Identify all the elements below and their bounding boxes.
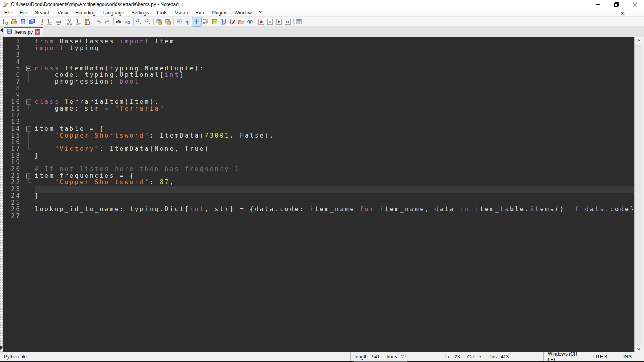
code-line[interactable]: 26lookup_id_to_name: typing.Dict[int, st…	[3, 206, 634, 213]
zoom-out-icon[interactable]	[143, 17, 152, 26]
word-wrap-icon[interactable]	[175, 17, 184, 26]
document-map-icon[interactable]	[210, 17, 219, 26]
show-all-characters-icon[interactable]: ¶	[184, 17, 192, 26]
code-line[interactable]: 15 "Copper Shortsword": ItemData(73001, …	[3, 132, 634, 139]
code-line[interactable]: 25	[3, 200, 634, 206]
code-line[interactable]: 7 progression: bool	[3, 78, 634, 85]
status-eol[interactable]: Windows (CR LF)	[543, 352, 589, 361]
code-line[interactable]: 24}	[3, 193, 634, 200]
copy-icon[interactable]	[74, 17, 83, 26]
code-line[interactable]: 4	[3, 58, 634, 65]
code-text: game: str = "Terraria"	[35, 105, 634, 112]
cut-icon[interactable]	[65, 17, 74, 26]
find-icon[interactable]	[114, 17, 123, 26]
menu-window[interactable]: Window	[231, 9, 256, 16]
dock-arrow-icon	[0, 346, 3, 350]
save-icon[interactable]	[19, 17, 27, 26]
code-line[interactable]: 18}	[3, 152, 634, 159]
code-line[interactable]: 9	[3, 92, 634, 99]
line-number: 27	[3, 213, 23, 220]
menu-run[interactable]: Run	[192, 9, 208, 16]
fold-marker-open[interactable]	[23, 99, 35, 105]
code-line[interactable]: 22 "Copper Shortsword": 87,	[3, 179, 634, 186]
code-text	[35, 58, 634, 65]
code-line[interactable]: 16	[3, 139, 634, 146]
code-line[interactable]: 10class TerrariaItem(Item):	[3, 99, 634, 105]
macro-play-icon[interactable]	[275, 17, 283, 26]
sync-horizontal-scroll-icon[interactable]	[163, 17, 172, 26]
menu-settings[interactable]: Settings	[128, 9, 152, 16]
code-line[interactable]: 23	[3, 186, 634, 193]
code-line[interactable]: 17 "Victory": ItemData(None, True)	[3, 146, 634, 152]
code-line[interactable]: 13	[3, 119, 634, 125]
code-line[interactable]: 5class ItemData(typing.NamedTuple):	[3, 65, 634, 72]
code-line[interactable]: 21item_frequencies = {	[3, 173, 634, 179]
code-line[interactable]: 12	[3, 112, 634, 119]
macro-record-icon[interactable]	[257, 17, 266, 26]
replace-icon[interactable]: ab	[123, 17, 132, 26]
function-list-icon[interactable]	[201, 17, 210, 26]
code-line[interactable]: 1from BaseClasses import Item	[3, 38, 634, 45]
menu-search[interactable]: Search	[31, 9, 54, 16]
scroll-down-icon[interactable]	[635, 345, 642, 352]
menu-close-icon[interactable]	[621, 10, 625, 17]
fold-marker-open[interactable]	[23, 173, 35, 179]
code-line[interactable]: 19	[3, 159, 634, 166]
menu-plugins[interactable]: Plugins	[208, 9, 231, 16]
code-line[interactable]: 6 code: typing.Optional[int]	[3, 72, 634, 78]
code-text	[35, 186, 634, 193]
status-insert-mode[interactable]: INS	[619, 352, 644, 361]
save-all-icon[interactable]	[27, 17, 36, 26]
menu-language[interactable]: Language	[99, 9, 128, 16]
menu-edit[interactable]: Edit	[16, 9, 31, 16]
folder-as-workspace-icon[interactable]	[237, 17, 246, 26]
fold-marker-open[interactable]	[23, 65, 35, 72]
indent-guide-icon[interactable]	[192, 17, 201, 26]
menu-encoding[interactable]: Encoding	[72, 9, 99, 16]
close-all-icon[interactable]	[45, 17, 54, 26]
edit-macro-icon[interactable]	[228, 17, 237, 26]
code-editor[interactable]: 1from BaseClasses import Item2import typ…	[3, 37, 634, 352]
close-button[interactable]	[625, 0, 644, 9]
code-line[interactable]: 3	[3, 51, 634, 58]
tab-close-icon[interactable]	[35, 29, 40, 35]
open-file-icon[interactable]	[10, 17, 19, 26]
menu-view[interactable]: View	[54, 9, 72, 16]
dock-splitter[interactable]	[0, 37, 3, 352]
redo-icon[interactable]	[103, 17, 112, 26]
document-list-icon[interactable]	[219, 17, 228, 26]
paste-icon[interactable]	[83, 17, 92, 26]
code-line[interactable]: 8	[3, 85, 634, 92]
code-line[interactable]: 14item_table = {	[3, 125, 634, 132]
fold-marker-open[interactable]	[23, 125, 35, 132]
fold-margin	[23, 51, 35, 58]
menu-macro[interactable]: Macro	[171, 9, 192, 16]
code-line[interactable]: 27	[3, 213, 634, 220]
menu-file[interactable]: File	[1, 9, 16, 16]
code-line[interactable]: 11 game: str = "Terraria"	[3, 105, 634, 112]
vertical-scrollbar[interactable]	[634, 37, 642, 352]
sync-vertical-scroll-icon[interactable]	[155, 17, 163, 26]
line-number: 13	[3, 119, 23, 125]
macro-run-multiple-icon[interactable]	[283, 17, 292, 26]
tab-scroll-left-icon[interactable]	[0, 28, 3, 32]
doc-switcher-icon[interactable]	[295, 17, 303, 26]
undo-icon[interactable]	[94, 17, 103, 26]
new-file-icon[interactable]	[1, 17, 10, 26]
status-encoding[interactable]: UTF-8	[589, 352, 619, 361]
code-line[interactable]: 2import typing	[3, 45, 634, 52]
menu-help[interactable]: ?	[255, 9, 265, 16]
scroll-up-icon[interactable]	[635, 37, 642, 44]
macro-stop-icon[interactable]	[266, 17, 275, 26]
close-file-icon[interactable]	[36, 17, 45, 26]
menu-tools[interactable]: Tools	[153, 9, 171, 16]
code-line[interactable]: 20# If not listed here then has frequenc…	[3, 166, 634, 173]
restore-button[interactable]	[607, 0, 625, 9]
tab-items-py[interactable]: Items.py	[4, 27, 43, 37]
print-icon[interactable]	[54, 17, 63, 26]
line-number: 2	[3, 45, 23, 52]
monitoring-eye-icon[interactable]	[246, 17, 254, 26]
zoom-in-icon[interactable]	[134, 17, 143, 26]
line-number: 21	[3, 173, 23, 179]
minimize-button[interactable]	[588, 0, 607, 9]
